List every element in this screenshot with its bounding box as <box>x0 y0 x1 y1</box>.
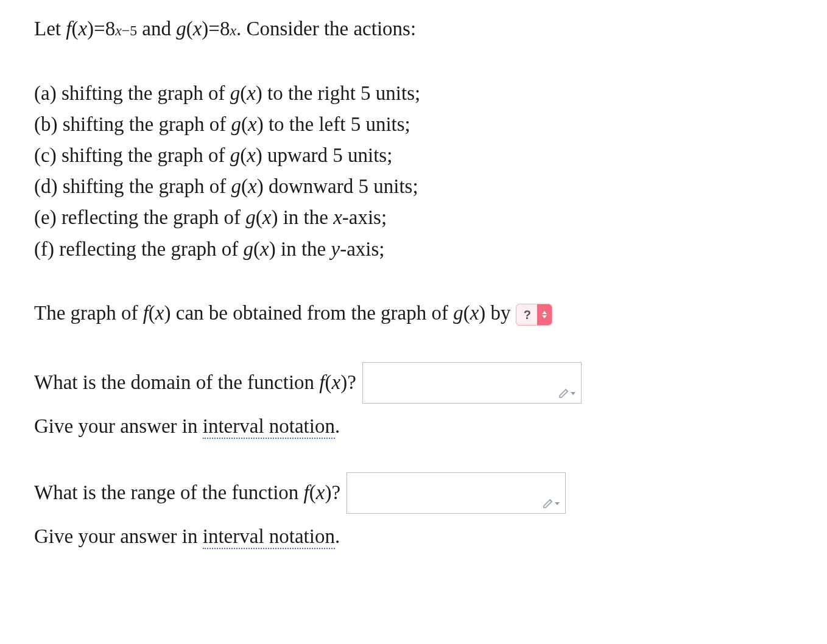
open-e: ( <box>256 202 262 233</box>
x-e: x <box>262 202 272 233</box>
math-f-of-x-range: f(x) <box>304 478 332 508</box>
chevron-down-icon <box>542 315 547 318</box>
open-b: ( <box>241 109 248 140</box>
range-input[interactable] <box>347 472 566 514</box>
g-c: g <box>230 140 241 171</box>
option-f-lead: (f) reflecting the graph of <box>34 238 244 260</box>
range-follow-lead: Give your answer in <box>34 525 203 547</box>
g-of-x-def: g(x) = 8x <box>176 15 236 44</box>
domain-input[interactable] <box>362 362 582 404</box>
math-g-of-x-c: g(x) <box>230 140 262 171</box>
g-d: g <box>231 171 242 202</box>
intro-consider: Consider the actions: <box>247 18 417 40</box>
x-f: x <box>260 234 269 265</box>
option-a: (a) shifting the graph of g(x) to the ri… <box>34 78 793 109</box>
f-q1: f <box>143 299 149 328</box>
x-d: x <box>248 171 257 202</box>
math-var-f: f <box>66 15 71 44</box>
q1-lead: The graph of <box>34 302 143 324</box>
range-question-text: What is the range of the function <box>34 481 304 503</box>
math-paren-close2: ) <box>202 15 208 44</box>
range-question-row: What is the range of the function f(x)? <box>34 472 793 514</box>
g-e: g <box>245 202 256 233</box>
interval-notation-link[interactable]: interval notation <box>203 415 335 439</box>
problem-page: Let f(x) = 8x−5 and g(x) = 8x . Consider… <box>0 0 827 644</box>
math-exp-x2: x <box>230 20 236 41</box>
x-q1b: x <box>470 299 479 328</box>
math-g-of-x-q1: g(x) <box>453 299 485 328</box>
domain-question-block: What is the domain of the function f(x)?… <box>34 362 793 441</box>
transformation-select[interactable]: ? <box>516 304 552 326</box>
option-e-lead: (e) reflecting the graph of <box>34 206 245 228</box>
option-d-lead: (d) shifting the graph of <box>34 175 231 197</box>
interval-notation-link[interactable]: interval notation <box>203 525 335 549</box>
domain-follow-lead: Give your answer in <box>34 415 203 437</box>
open-rng: ( <box>309 478 316 508</box>
g-b: g <box>231 109 242 140</box>
intro-block: Let f(x) = 8x−5 and g(x) = 8x . Consider… <box>34 15 793 44</box>
open-dom: ( <box>325 368 331 397</box>
option-d-tail: downward 5 units; <box>264 175 418 197</box>
math-base-8b: 8 <box>220 15 230 44</box>
close-a: ) <box>256 78 262 109</box>
chevron-up-icon <box>542 311 547 314</box>
option-c: (c) shifting the graph of g(x) upward 5 … <box>34 140 793 171</box>
close-q1a: ) <box>164 299 171 328</box>
math-g-of-x-d: g(x) <box>231 171 264 202</box>
option-f: (f) reflecting the graph of g(x) in the … <box>34 234 793 265</box>
transformation-question: The graph of f(x) can be obtained from t… <box>34 299 793 328</box>
open-q1b: ( <box>463 299 470 328</box>
option-e-axis-var: x <box>333 206 342 228</box>
math-g-of-x-f: g(x) <box>244 234 276 265</box>
math-base-8: 8 <box>105 15 116 44</box>
math-paren-open: ( <box>71 15 78 44</box>
option-e-mid: in the <box>278 206 333 228</box>
range-follow: Give your answer in interval notation. <box>34 522 793 551</box>
g-f: g <box>244 234 254 265</box>
math-paren-open2: ( <box>186 15 193 44</box>
intro-period: . <box>236 18 247 40</box>
close-e: ) <box>271 202 278 233</box>
domain-question-row: What is the domain of the function f(x)? <box>34 362 793 404</box>
math-exp-x: x <box>115 23 122 38</box>
intro-let: Let <box>34 18 66 40</box>
select-stepper-icon <box>537 304 552 325</box>
option-f-axis: -axis; <box>340 238 384 260</box>
math-exp-xminus5: x−5 <box>115 20 137 41</box>
q1-tail: by <box>485 302 516 324</box>
math-f-of-x-domain: f(x) <box>319 368 347 397</box>
option-c-tail: upward 5 units; <box>262 144 393 166</box>
range-question-block: What is the range of the function f(x)? … <box>34 472 793 551</box>
math-f-of-x-q1: f(x) <box>143 299 171 328</box>
math-g-of-x-b: g(x) <box>231 109 264 140</box>
math-equals2: = <box>208 15 220 44</box>
math-var-x: x <box>78 15 87 44</box>
domain-follow-end: . <box>335 415 340 437</box>
option-f-axis-var: y <box>331 238 340 260</box>
close-d: ) <box>257 171 264 202</box>
open-c: ( <box>240 140 247 171</box>
math-equals: = <box>94 15 105 44</box>
f-rng: f <box>304 478 309 508</box>
close-f: ) <box>269 234 276 265</box>
option-e-axis: -axis; <box>342 206 387 228</box>
close-rng: ) <box>325 478 331 508</box>
option-d: (d) shifting the graph of g(x) downward … <box>34 171 793 202</box>
range-follow-end: . <box>335 525 340 547</box>
option-a-tail: to the right 5 units; <box>262 82 420 104</box>
option-f-mid: in the <box>276 238 331 260</box>
domain-answer-wrap <box>362 362 582 404</box>
math-g-of-x-e: g(x) <box>245 202 278 233</box>
option-b: (b) shifting the graph of g(x) to the le… <box>34 109 793 140</box>
x-a: x <box>247 78 256 109</box>
close-b: ) <box>257 109 264 140</box>
options-list: (a) shifting the graph of g(x) to the ri… <box>34 78 793 265</box>
intro-and: and <box>142 18 176 40</box>
close-c: ) <box>256 140 262 171</box>
math-paren-close: ) <box>87 15 94 44</box>
math-exp-minus: − <box>122 23 130 38</box>
x-rng: x <box>316 478 325 508</box>
domain-question-text: What is the domain of the function <box>34 371 319 393</box>
x-c: x <box>247 140 256 171</box>
math-var-g: g <box>176 15 186 44</box>
